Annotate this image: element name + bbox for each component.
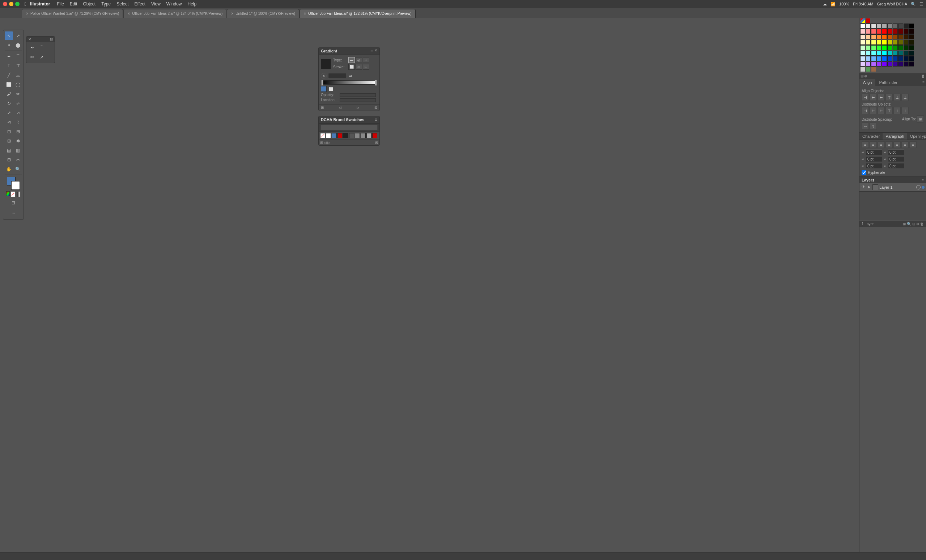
dcha-footer-btn2[interactable]: ◁ (324, 140, 327, 145)
gradient-slider[interactable] (321, 80, 377, 85)
dcha-menu-btn[interactable]: ≡ (375, 117, 377, 122)
swatch-1-9[interactable] (903, 24, 909, 29)
swatch-6-4[interactable] (876, 51, 882, 56)
slice-tool[interactable]: ✂ (14, 155, 22, 164)
dist-bottom-edges[interactable]: ⊥ (902, 107, 909, 114)
dcha-footer-btn1[interactable]: ⊞ (320, 140, 323, 145)
swatch-2-8[interactable] (898, 29, 903, 34)
menu-edit[interactable]: Edit (67, 1, 80, 7)
gradient-footer-icon-4[interactable]: ⊠ (374, 106, 377, 110)
perspective-tool[interactable]: ⊞ (5, 137, 13, 145)
swatch-library-icon[interactable]: ⊞ (861, 74, 863, 78)
align-to-btn[interactable]: ⊞ (917, 115, 924, 122)
swatch-3-10[interactable] (909, 34, 914, 39)
swatch-blue[interactable] (332, 133, 337, 138)
swatch-3-3[interactable] (871, 34, 876, 39)
new-layer-btn[interactable]: ⊕ (916, 222, 919, 226)
radial-gradient-btn[interactable]: ◎ (356, 57, 362, 63)
paragraph-tab[interactable]: Paragraph (882, 133, 907, 140)
bar-graph-tool[interactable]: ▤ (5, 146, 13, 155)
curvature-tool[interactable]: ⌒ (14, 52, 22, 61)
swatch-8-6[interactable] (887, 62, 892, 66)
text-align-justify-last-left[interactable]: ≡ (893, 141, 901, 148)
swatch-5-9[interactable] (903, 45, 909, 50)
mini-tool-1[interactable]: ✒ (28, 44, 36, 52)
lasso-tool[interactable]: ⬤ (14, 41, 22, 50)
swatch-crimson[interactable] (865, 18, 871, 23)
gradient-thumb-left[interactable] (321, 80, 323, 86)
swatch-8-3[interactable] (871, 62, 876, 66)
arc-tool[interactable]: ⌓ (14, 71, 22, 80)
swatch-1-4[interactable] (876, 24, 882, 29)
swatch-5-6[interactable] (887, 45, 892, 50)
swatch-7-6[interactable] (887, 56, 892, 61)
minimize-button[interactable] (9, 2, 14, 6)
text-align-center[interactable]: ≡ (870, 141, 877, 148)
align-menu-btn[interactable]: ≡ (921, 79, 926, 86)
mini-panel-close[interactable]: ✕ (28, 37, 31, 41)
create-new-sublayer-btn[interactable]: ⊟ (912, 222, 915, 226)
menu-effect[interactable]: Effect (132, 1, 148, 7)
linear-gradient-btn[interactable]: ▬ (348, 57, 355, 63)
menu-view[interactable]: View (149, 1, 163, 7)
swatch-8-1[interactable] (860, 62, 865, 66)
scale-tool[interactable]: ⤢ (5, 109, 13, 117)
swatch-7-5[interactable] (882, 56, 887, 61)
stroke-btn-1[interactable]: ⬜ (348, 64, 355, 70)
tab-3[interactable]: ✕ Officer Job Fair Ideas.ai* @ 122.61% (… (300, 9, 416, 18)
menu-file[interactable]: File (54, 1, 66, 7)
opacity-slider[interactable] (340, 93, 376, 97)
indent-left-3[interactable] (866, 163, 882, 169)
indent-right-2[interactable] (888, 156, 904, 162)
screen-mode-btn[interactable]: ⊟ (9, 198, 18, 207)
dist-right-edges[interactable]: ⊢ (878, 107, 885, 114)
swatch-reg-1[interactable] (860, 67, 865, 72)
swatch-3-7[interactable] (893, 34, 898, 39)
indent-left-1[interactable] (866, 149, 882, 155)
notification-icon[interactable]: ☰ (920, 2, 923, 6)
tab-1[interactable]: ✕ Officer Job Fair Ideas 2.ai* @ 124.04%… (123, 9, 227, 18)
pathfinder-tab[interactable]: Pathfinder (875, 79, 901, 86)
column-graph-tool[interactable]: ▥ (14, 146, 22, 155)
tab-2[interactable]: ✕ Untitled-1* @ 100% (CMYK/Preview) (227, 9, 299, 18)
swatch-4-3[interactable] (871, 40, 876, 45)
rotate-tool[interactable]: ↻ (5, 99, 13, 108)
menu-object[interactable]: Object (81, 1, 98, 7)
swatch-1-10[interactable] (909, 24, 914, 29)
more-tools-btn[interactable]: ··· (9, 208, 18, 217)
width-tool[interactable]: ⊲ (5, 118, 13, 127)
swatch-1-1[interactable] (860, 24, 865, 29)
swatch-dark-gray[interactable] (349, 133, 354, 138)
align-horiz-center[interactable]: ⊢ (870, 94, 877, 101)
swatch-1-3[interactable] (871, 24, 876, 29)
swatch-3-8[interactable] (898, 34, 903, 39)
swatch-2-7[interactable] (893, 29, 898, 34)
swatch-delete-icon[interactable]: 🗑 (921, 74, 925, 78)
gradient-footer-icon-3[interactable]: ▷ (357, 106, 360, 110)
align-top-edges[interactable]: ⊤ (885, 94, 893, 101)
delete-layer-btn[interactable]: 🗑 (920, 222, 924, 226)
mini-tool-4[interactable]: ↗ (37, 53, 46, 62)
layers-menu-btn[interactable]: ≡ (921, 178, 924, 182)
swatch-olive[interactable] (361, 133, 366, 138)
swatch-1-7[interactable] (893, 24, 898, 29)
indent-left-2[interactable] (866, 156, 882, 162)
mini-panel-expand[interactable]: ⊟ (50, 37, 53, 41)
swatch-4-4[interactable] (876, 40, 882, 45)
swatch-8-7[interactable] (893, 62, 898, 66)
align-vert-center[interactable]: ⊥ (893, 94, 901, 101)
swatch-5-8[interactable] (898, 45, 903, 50)
gradient-reverse-btn[interactable]: ⇄ (348, 73, 353, 79)
swatch-8-10[interactable] (909, 62, 914, 66)
swatch-1-5[interactable] (882, 24, 887, 29)
swatch-2-10[interactable] (909, 29, 914, 34)
swatch-red2[interactable] (372, 133, 377, 138)
swatch-5-1[interactable] (860, 45, 865, 50)
gradient-angle-input[interactable] (328, 73, 346, 79)
swatch-new-icon[interactable]: ⊕ (864, 74, 867, 78)
swatch-6-8[interactable] (898, 51, 903, 56)
gradient-icon[interactable] (16, 191, 21, 197)
tab-0[interactable]: ✕ Police Officer Wanted 3.ai* @ 71.29% (… (22, 9, 123, 18)
gradient-stop-expand[interactable]: ⬜ (328, 86, 334, 92)
magic-wand-tool[interactable]: ✦ (5, 41, 13, 50)
